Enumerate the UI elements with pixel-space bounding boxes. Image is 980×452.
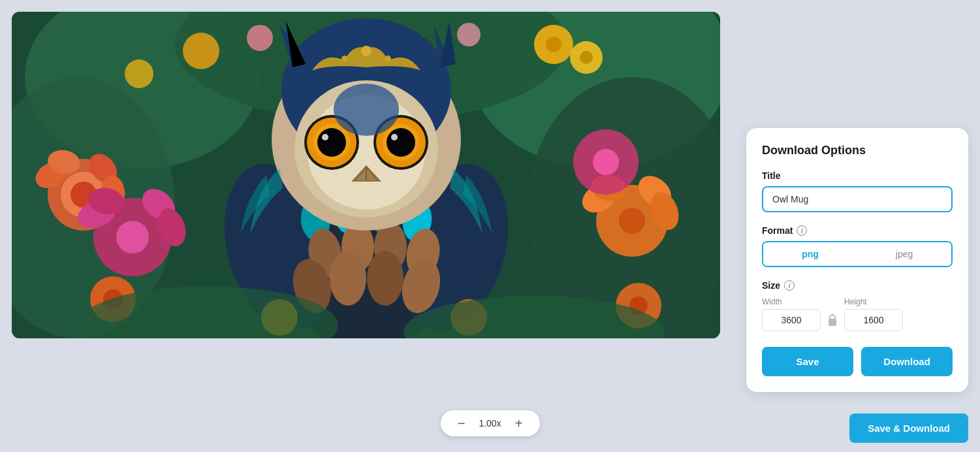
size-info-icon: i [784, 280, 795, 291]
panel-title: Download Options [762, 144, 953, 157]
zoom-controls: − 1.00x + [441, 410, 540, 436]
save-button[interactable]: Save [762, 347, 853, 376]
save-download-button[interactable]: Save & Download [849, 413, 968, 443]
svg-point-77 [334, 84, 399, 136]
svg-point-57 [361, 46, 371, 56]
svg-point-49 [367, 251, 403, 306]
lock-icon [826, 314, 839, 327]
zoom-in-button[interactable]: + [511, 415, 527, 431]
svg-point-28 [546, 37, 561, 52]
format-jpeg-button[interactable]: jpeg [857, 242, 951, 266]
svg-point-24 [619, 208, 645, 234]
svg-point-32 [457, 23, 481, 46]
height-input[interactable] [844, 309, 903, 331]
svg-point-67 [322, 134, 328, 140]
format-info-icon: i [797, 225, 807, 236]
svg-point-26 [593, 149, 619, 175]
svg-point-30 [125, 59, 153, 88]
width-input[interactable] [762, 309, 821, 331]
width-field: Width [762, 297, 821, 331]
svg-point-66 [319, 129, 345, 155]
format-label: Format i [762, 225, 953, 236]
image-canvas [12, 12, 720, 338]
svg-point-59 [385, 56, 391, 62]
width-label: Width [762, 297, 821, 306]
format-png-button[interactable]: png [763, 242, 857, 266]
size-label: Size i [762, 280, 953, 291]
svg-point-58 [341, 56, 348, 62]
action-buttons: Save Download [762, 347, 953, 376]
size-inputs: Width Height [762, 297, 953, 331]
title-input[interactable] [762, 186, 953, 212]
height-label: Height [844, 297, 903, 306]
zoom-out-button[interactable]: − [454, 415, 469, 431]
svg-point-31 [247, 25, 273, 51]
zoom-level: 1.00x [477, 418, 503, 428]
download-options-panel: Download Options Title Format i png jpeg… [746, 128, 968, 392]
title-label: Title [762, 170, 953, 181]
svg-point-48 [330, 251, 366, 306]
svg-rect-88 [829, 319, 836, 326]
svg-point-85 [580, 51, 593, 64]
height-field: Height [844, 297, 903, 331]
format-selector: png jpeg [762, 241, 953, 267]
svg-point-72 [388, 129, 414, 155]
svg-point-29 [183, 33, 219, 69]
svg-point-73 [391, 134, 398, 140]
svg-point-18 [116, 221, 149, 253]
download-button[interactable]: Download [861, 347, 953, 376]
